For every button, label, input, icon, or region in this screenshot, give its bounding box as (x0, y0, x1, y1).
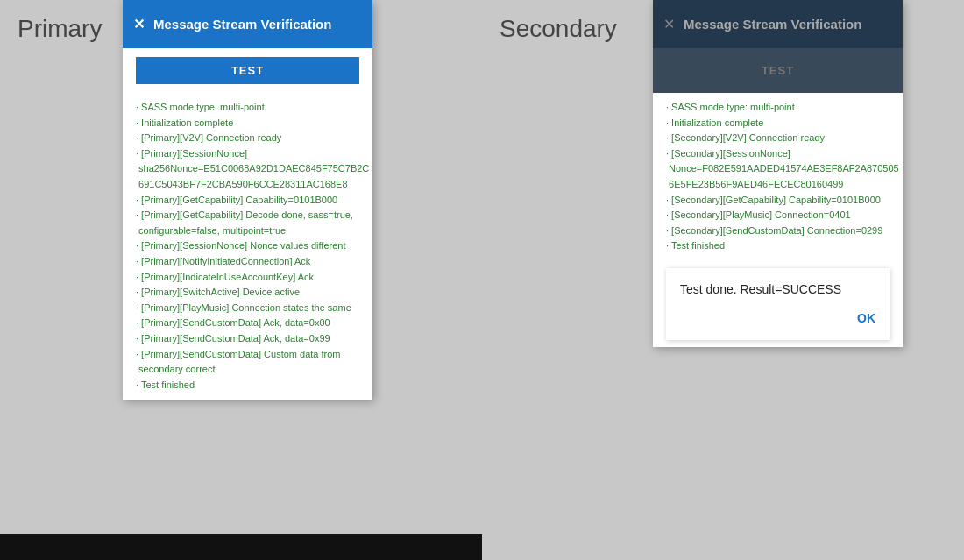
secondary-dialog-header: ✕ Message Stream Verification (653, 0, 903, 48)
list-item: · [Primary][SendCustomData] Ack, data=0x… (136, 331, 359, 347)
secondary-panel: Secondary ✕ Message Stream Verification … (482, 0, 964, 560)
primary-bottom-bar (0, 534, 482, 560)
secondary-test-button: TEST (666, 57, 890, 84)
primary-dialog-title: Message Stream Verification (153, 17, 331, 32)
primary-test-button[interactable]: TEST (136, 57, 359, 84)
primary-dialog-header: ✕ Message Stream Verification (123, 0, 372, 48)
list-item: · Initialization complete (666, 116, 890, 131)
list-item: · Test finished (666, 238, 890, 254)
list-item: · SASS mode type: multi-point (136, 100, 359, 116)
list-item: · [Primary][V2V] Connection ready (136, 131, 359, 146)
secondary-test-button-area: TEST (653, 48, 903, 93)
primary-label: Primary (0, 0, 123, 57)
primary-test-button-area: TEST (123, 48, 372, 93)
list-item: · [Secondary][SessionNonce] Nonce=F082E5… (666, 146, 890, 193)
list-item: · [Secondary][V2V] Connection ready (666, 131, 890, 146)
result-ok-button[interactable]: OK (857, 311, 875, 325)
list-item: · Test finished (136, 378, 359, 393)
result-message: Test done. Result=SUCCESS (680, 282, 875, 296)
list-item: · [Secondary][SendCustomData] Connection… (666, 223, 890, 239)
list-item: · [Primary][SendCustomData] Ack, data=0x… (136, 315, 359, 331)
primary-dialog: ✕ Message Stream Verification TEST · SAS… (123, 0, 372, 400)
secondary-result-dialog: Test done. Result=SUCCESS OK (666, 268, 890, 340)
secondary-close-button[interactable]: ✕ (663, 16, 675, 32)
secondary-dialog-title: Message Stream Verification (684, 17, 861, 32)
secondary-log-area: · SASS mode type: multi-point · Initiali… (653, 93, 903, 261)
list-item: · [Secondary][PlayMusic] Connection=0401 (666, 208, 890, 223)
list-item: · [Primary][SendCustomData] Custom data … (136, 347, 359, 378)
list-item: · [Primary][GetCapability] Decode done, … (136, 208, 359, 238)
list-item: · [Primary][IndicateInUseAccountKey] Ack (136, 270, 359, 286)
list-item: · [Primary][SwitchActive] Device active (136, 285, 359, 301)
primary-close-button[interactable]: ✕ (133, 16, 145, 32)
list-item: · [Secondary][GetCapability] Capability=… (666, 193, 890, 209)
list-item: · [Primary][NotifyInitiatedConnection] A… (136, 254, 359, 270)
secondary-label: Secondary (482, 0, 653, 57)
list-item: · [Primary][SessionNonce] Nonce values d… (136, 238, 359, 254)
primary-log-area: · SASS mode type: multi-point · Initiali… (123, 93, 372, 400)
primary-panel: Primary ✕ Message Stream Verification TE… (0, 0, 482, 560)
secondary-dialog: ✕ Message Stream Verification TEST · SAS… (653, 0, 903, 347)
list-item: · [Primary][SessionNonce] sha256Nonce=E5… (136, 146, 359, 193)
list-item: · [Primary][PlayMusic] Connection states… (136, 301, 359, 316)
list-item: · SASS mode type: multi-point (666, 100, 890, 116)
list-item: · [Primary][GetCapability] Capability=01… (136, 193, 359, 209)
result-ok-area: OK (680, 310, 875, 326)
list-item: · Initialization complete (136, 116, 359, 131)
